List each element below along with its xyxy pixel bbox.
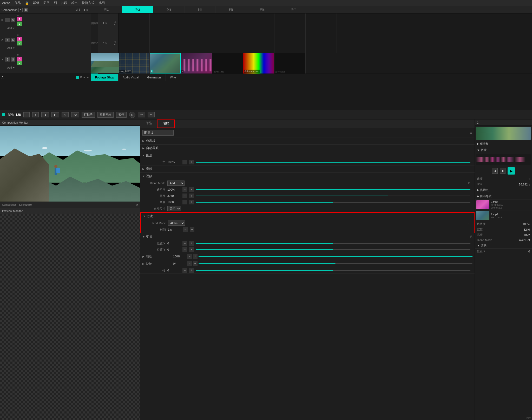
dashboard-section-header[interactable]: ▶ 仪表板 [140, 137, 475, 144]
track2-cell-7[interactable] [306, 33, 337, 53]
beat-fwd-button[interactable]: ► [51, 112, 59, 117]
menu-lock[interactable]: 🔒 [25, 1, 29, 5]
track2-x-button[interactable]: ✕ [1, 38, 3, 42]
transparency-minus[interactable]: − [182, 187, 187, 192]
track3-add-arrow[interactable]: ▼ [13, 27, 15, 30]
b-button[interactable]: B [24, 8, 28, 12]
layer-settings-gear[interactable]: ⚙ [470, 131, 472, 135]
track3-b-button[interactable]: B [5, 18, 10, 22]
col-header-2[interactable]: 列2 [122, 6, 153, 13]
track2-cell-6[interactable] [274, 33, 306, 53]
clip-active-2[interactable]: 2 [150, 53, 181, 74]
layer-section-header[interactable]: ▼ 图层 [140, 152, 475, 159]
transition-time-minus[interactable]: − [183, 227, 188, 232]
tab-audio-visual[interactable]: Audio Visual [119, 74, 143, 81]
track3-cell-6[interactable] [274, 14, 306, 33]
width-slider[interactable] [196, 196, 470, 196]
rotation-section-header[interactable]: ▶ 旋转 0° − + [140, 260, 475, 267]
clip-dark-3840[interactable]: _3840x1280 [212, 53, 243, 74]
track3-cell-4[interactable] [212, 14, 243, 33]
layer-master-plus[interactable]: + [189, 160, 194, 164]
col-header-4[interactable]: 列4 [185, 6, 216, 13]
track2-cell-3[interactable] [181, 33, 212, 53]
menu-arena[interactable]: Arena [2, 1, 10, 5]
track2-add-arrow[interactable]: ▼ [13, 47, 15, 49]
width-minus[interactable]: − [182, 194, 187, 198]
layer-name-input[interactable] [142, 130, 174, 136]
track1-add-arrow[interactable]: ▼ [13, 66, 15, 69]
pos-x-plus[interactable]: + [189, 241, 194, 246]
track2-b-button[interactable]: B [5, 38, 10, 42]
half-speed-button[interactable]: /2 [62, 112, 69, 117]
menu-works[interactable]: 作品 [15, 1, 21, 5]
height-slider[interactable] [196, 202, 470, 203]
row-a-next[interactable]: ► [87, 76, 89, 79]
transition-blend-select[interactable]: Alpha Add Normal [168, 221, 185, 226]
pos-y-slider[interactable] [196, 249, 470, 250]
transparency-plus[interactable]: + [189, 187, 194, 192]
transparency-slider[interactable] [196, 189, 470, 190]
track2-s-button[interactable]: S [11, 38, 15, 42]
tab-generators[interactable]: Generators [143, 74, 166, 81]
track3-a-button[interactable]: A [17, 17, 22, 21]
track2-cell-2[interactable] [150, 33, 181, 53]
clip-pink-wave[interactable]: 1 [181, 53, 212, 74]
bpm-plus-button[interactable]: + [32, 112, 38, 117]
col-header-3[interactable]: 列3 [153, 6, 185, 13]
pos-x-slider[interactable] [196, 243, 470, 244]
right-autonav-header[interactable]: ▶ 自动导航 [475, 193, 532, 199]
tab-works[interactable]: 作品 [140, 119, 157, 128]
play-back-button[interactable]: ◄ [492, 168, 498, 174]
right-hints-header[interactable]: ▶ 提示点 [475, 187, 532, 193]
scale-slider[interactable] [199, 256, 472, 257]
media-item-1[interactable]: 2.mp4 FFMPEG A 00:00:58.8 [475, 199, 532, 210]
rotation-slider[interactable] [199, 263, 472, 264]
rotation-minus[interactable]: − [187, 261, 192, 266]
height-plus[interactable]: + [189, 200, 194, 204]
track2-cell-5[interactable] [243, 33, 274, 53]
layer-master-minus[interactable]: − [182, 160, 187, 164]
media-item-2[interactable]: 2.mp4 MF h264.1 [475, 210, 532, 221]
track3-cell-3[interactable] [181, 14, 212, 33]
beat-back-button[interactable]: ◄ [41, 112, 49, 117]
autonav-section-header[interactable]: ▶ 自动导航 [140, 145, 475, 152]
track3-next-arrow[interactable]: ► [114, 23, 116, 26]
anchor-plus[interactable]: + [189, 268, 194, 273]
row-a-prev[interactable]: ◄ [83, 76, 86, 79]
composition-gear-icon[interactable]: ⚙ [136, 203, 138, 206]
track3-cell-7[interactable] [306, 14, 337, 33]
pos-y-minus[interactable]: − [182, 247, 187, 252]
tab-wire[interactable]: Wire [166, 74, 180, 81]
scale-plus[interactable]: + [193, 254, 198, 259]
resync-button[interactable]: 重新同步 [97, 112, 114, 118]
prev-nav[interactable]: ◄ [82, 8, 86, 12]
track2-a-button[interactable]: A [17, 37, 22, 41]
track2-cell-4[interactable] [212, 33, 243, 53]
height-minus[interactable]: − [182, 200, 187, 204]
audio-section-header[interactable]: ▶ 音频 [140, 165, 475, 172]
scale-section-header[interactable]: ▶ 缩放 100% − + [140, 253, 475, 260]
track1-b-button[interactable]: B [5, 57, 10, 62]
transform-section-header[interactable]: ▼ 变换 P. [140, 233, 475, 240]
scale-minus[interactable]: − [187, 254, 192, 259]
col-header-7[interactable]: 列7 [278, 6, 309, 13]
auto-size-select[interactable]: 关闭 开启 [167, 206, 181, 211]
anchor-minus[interactable]: − [182, 268, 187, 273]
menu-shortcuts[interactable]: 快捷方式 [82, 1, 94, 5]
track3-prev-arrow[interactable]: ◄ [114, 21, 116, 23]
pos-y-plus[interactable]: + [189, 247, 194, 252]
knob-icon[interactable]: ⊙ [129, 112, 135, 118]
menu-layer[interactable]: 图层 [43, 1, 50, 5]
right-transform-header[interactable]: ▼ 变换 [475, 242, 532, 249]
track2-prev-arrow[interactable]: ◄ [114, 41, 116, 43]
track3-s-button[interactable]: S [11, 18, 15, 22]
width-plus[interactable]: + [189, 194, 194, 198]
tab-layer[interactable]: 图层 [157, 119, 175, 128]
track3-cell-2[interactable] [150, 14, 181, 33]
menu-output[interactable]: 输出 [71, 1, 78, 5]
pause-play-button[interactable]: ⏸ [500, 168, 505, 174]
track3-cell-5[interactable] [243, 14, 274, 33]
track2-v-button[interactable]: V [17, 41, 22, 45]
right-dashboard-header[interactable]: ▶ 仪表板 [475, 141, 532, 147]
layer-master-slider[interactable] [196, 162, 470, 163]
